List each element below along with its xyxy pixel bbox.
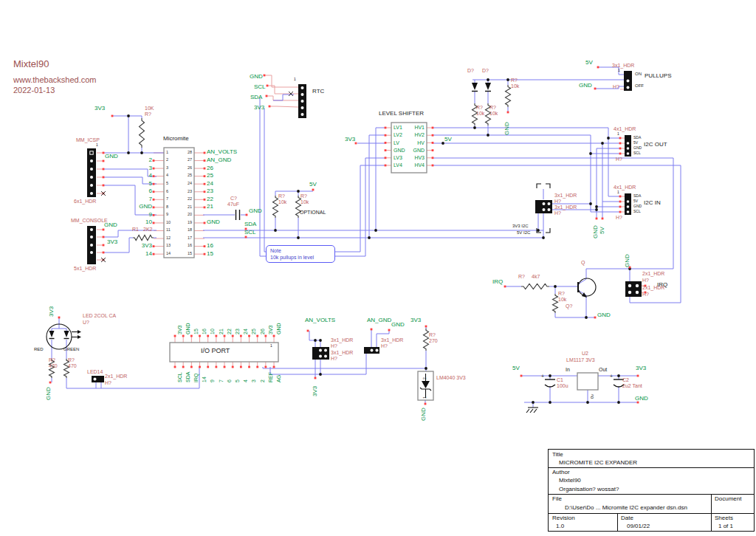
pin-end-square[interactable] [425, 403, 427, 405]
titleblock-organisation[interactable]: Organisation? wossat? [559, 486, 619, 492]
pin-end-square[interactable] [111, 115, 114, 117]
titleblock-title-value[interactable]: MICROMITE I2C EXPANDER [559, 459, 637, 466]
pin-end-square[interactable] [266, 95, 268, 97]
pin-end-square[interactable] [153, 159, 155, 162]
pin-end-square[interactable] [273, 366, 275, 368]
junction-dot[interactable] [127, 151, 130, 154]
pin-end-square[interactable] [103, 176, 105, 179]
led-arrow-head[interactable] [78, 330, 81, 334]
pin-end-square[interactable] [264, 335, 267, 337]
pin-end-square[interactable] [432, 134, 434, 137]
pin-end-square[interactable] [248, 335, 250, 337]
pin-end-square[interactable] [204, 222, 206, 224]
pin-end-square[interactable] [264, 366, 267, 368]
rtc-header-pin[interactable] [301, 106, 304, 109]
i2c-in-header-pin[interactable] [627, 200, 630, 203]
pin-end-square[interactable] [153, 190, 155, 193]
pin-end-square[interactable] [204, 159, 206, 162]
pin-end-square[interactable] [153, 199, 155, 201]
pin-end-square[interactable] [224, 335, 226, 337]
pin-end-square[interactable] [312, 189, 315, 191]
pin-end-square[interactable] [204, 199, 206, 201]
pin-end-square[interactable] [619, 137, 622, 140]
pin-end-square[interactable] [199, 366, 201, 368]
pin-end-square[interactable] [190, 335, 193, 337]
pin-end-square[interactable] [103, 244, 105, 247]
pin-end-square[interactable] [269, 106, 271, 108]
titleblock-date-value[interactable]: 09/01/22 [627, 523, 650, 529]
i2c-out-header-pin[interactable] [627, 152, 630, 155]
pin-end-square[interactable] [256, 366, 258, 368]
pin-end-square[interactable] [432, 149, 434, 151]
pin-end-square[interactable] [204, 206, 206, 208]
junction-dot[interactable] [595, 208, 598, 211]
pin-end-square[interactable] [174, 335, 176, 337]
pin-end-square[interactable] [432, 165, 434, 167]
junction-dot[interactable] [586, 401, 589, 404]
irq-header-pin[interactable] [628, 291, 631, 294]
pin-end-square[interactable] [432, 127, 434, 129]
resistor[interactable] [553, 294, 558, 313]
pin-end-square[interactable] [602, 218, 604, 220]
titleblock-author-value[interactable]: Mixtel90 [559, 477, 581, 484]
pin-end-square[interactable] [246, 214, 248, 216]
mm-console-header-pin[interactable] [90, 244, 93, 247]
transistor[interactable] [578, 278, 596, 296]
titleblock-file-path[interactable]: D:\User\Do ... Micromite I2C expander ds… [565, 504, 687, 511]
irq-header[interactable] [625, 281, 642, 297]
components-layer[interactable] [47, 71, 642, 413]
component-boxes-layer[interactable] [164, 123, 598, 400]
pin-end-square[interactable] [385, 127, 387, 129]
pin-end-square[interactable] [385, 142, 387, 144]
pin-end-square[interactable] [204, 152, 206, 154]
ground-symbol[interactable] [526, 409, 529, 413]
pin-end-square[interactable] [204, 253, 206, 255]
resistor[interactable] [424, 329, 429, 351]
led14-header-pin[interactable] [94, 378, 97, 381]
pin-end-square[interactable] [264, 75, 266, 77]
diode[interactable] [64, 331, 69, 337]
junction-dot[interactable] [487, 78, 489, 81]
mm-icsp-header[interactable] [87, 148, 96, 197]
pin-end-square[interactable] [385, 157, 387, 159]
junction-dot[interactable] [506, 78, 509, 81]
wire[interactable] [273, 95, 294, 100]
pin-end-square[interactable] [520, 375, 523, 377]
pin-end-square[interactable] [637, 402, 639, 404]
pin-end-square[interactable] [619, 201, 622, 203]
pin-end-square[interactable] [182, 335, 185, 337]
resistor[interactable] [133, 236, 154, 241]
pin-end-square[interactable] [315, 377, 317, 379]
an-gnd-header-pin[interactable] [371, 349, 374, 352]
wire[interactable] [263, 367, 426, 368]
pin-end-square[interactable] [425, 326, 427, 328]
pin-end-square[interactable] [103, 236, 105, 238]
pin-end-square[interactable] [204, 168, 206, 170]
diode[interactable] [49, 331, 55, 337]
jumper-bracket[interactable] [537, 184, 541, 188]
pin-end-square[interactable] [240, 366, 242, 368]
junction-dot[interactable] [537, 229, 540, 232]
jumper-bracket[interactable] [546, 184, 550, 188]
titleblock-revision-value[interactable]: 1.0 [556, 523, 564, 529]
pin-end-square[interactable] [504, 286, 506, 288]
diode[interactable] [472, 83, 478, 90]
pullups-header-pin[interactable] [627, 86, 630, 89]
pin-end-square[interactable] [174, 366, 176, 368]
pin-end-square[interactable] [49, 382, 52, 384]
pin-end-square[interactable] [207, 335, 209, 337]
an-volts-header-pin[interactable] [324, 355, 327, 358]
pin-end-square[interactable] [594, 317, 597, 319]
pin-end-square[interactable] [597, 66, 599, 69]
junction-dot[interactable] [374, 229, 377, 232]
pin-end-square[interactable] [103, 160, 105, 162]
pin-end-square[interactable] [594, 88, 597, 90]
pin-end-square[interactable] [385, 165, 387, 167]
i2c-level-jumper-header-pin[interactable] [548, 208, 551, 211]
junction-dot[interactable] [549, 401, 551, 404]
i2c-in-header-pin[interactable] [627, 210, 630, 213]
junction-dot[interactable] [274, 229, 277, 232]
mm-console-header-pin[interactable] [90, 251, 93, 254]
resistor[interactable] [521, 284, 549, 289]
pin-end-square[interactable] [204, 183, 206, 185]
